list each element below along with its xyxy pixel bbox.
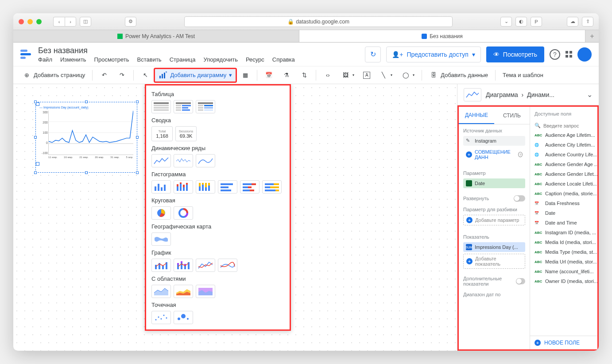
field-item[interactable]: 📅Data Freshness — [530, 198, 597, 208]
chart-type-bubble[interactable] — [174, 311, 193, 324]
image-button[interactable]: 🖼▾ — [337, 69, 358, 81]
menu-help[interactable]: Справка — [272, 56, 295, 63]
refresh-button[interactable]: ↻ — [365, 46, 381, 62]
pocket-icon[interactable]: ⌄ — [500, 17, 512, 27]
pointer-tool[interactable]: ↖ — [137, 69, 153, 81]
share-icon[interactable]: ⇪ — [582, 17, 593, 27]
blend-data-button[interactable]: +СОВМЕЩЕНИЕ ДАНН? — [463, 147, 525, 162]
data-control-button[interactable]: ⇅ — [296, 69, 312, 81]
date-range-button[interactable]: 📅 — [261, 69, 277, 81]
user-avatar[interactable] — [577, 47, 592, 62]
tab-data[interactable]: ДАННЫЕ — [459, 107, 494, 124]
field-item[interactable]: ABCMedia Id (media, stori... — [530, 237, 597, 247]
chart-type-table[interactable] — [151, 100, 171, 113]
field-item[interactable]: 🌐Audience City Lifetim... — [530, 140, 597, 150]
apps-icon[interactable] — [566, 51, 572, 58]
community-viz-button[interactable]: ▦ — [237, 69, 253, 81]
url-embed-button[interactable]: ‹› — [320, 69, 336, 81]
chart-type-bar-h-100[interactable] — [262, 180, 282, 194]
document-title[interactable]: Без названия — [38, 46, 365, 55]
field-item[interactable]: ABCAudience Gender Lifet... — [530, 169, 597, 179]
search-input[interactable] — [543, 123, 597, 128]
chart-type-bar-stacked[interactable] — [174, 180, 193, 194]
browser-tab[interactable]: Power My Analytics - AM Test — [13, 30, 299, 42]
theme-button[interactable]: Тема и шаблон — [499, 70, 547, 80]
maximize-window-icon[interactable] — [36, 19, 42, 24]
menu-edit[interactable]: Изменить — [60, 56, 86, 63]
chart-type-pie[interactable] — [151, 206, 171, 220]
new-tab-button[interactable]: + — [585, 30, 599, 42]
field-item[interactable]: ABCInstagram ID (media, ... — [530, 228, 597, 237]
add-breakdown-dimension[interactable]: +Добавьте параметр — [463, 215, 525, 225]
canvas[interactable]: — Impressions Day (account_daily) 300 20… — [13, 84, 457, 351]
field-item[interactable]: 🌐Audience Country Life... — [530, 150, 597, 159]
help-icon[interactable]: ? — [550, 49, 560, 60]
menu-file[interactable]: Файл — [38, 56, 52, 63]
pinterest-icon[interactable]: P — [531, 17, 542, 27]
share-button[interactable]: 👤+ Предоставить доступ ▾ — [386, 46, 480, 62]
minimize-window-icon[interactable] — [27, 19, 33, 24]
field-search[interactable]: 🔍 — [530, 121, 597, 130]
chart-type-bar-horizontal[interactable] — [218, 180, 237, 194]
url-bar[interactable]: 🔒 datastudio.google.com — [184, 16, 453, 27]
selected-chart-type-icon[interactable] — [464, 88, 481, 101]
extension-icon-1[interactable]: ◐ — [515, 17, 527, 27]
chevron-down-icon[interactable]: ⌄ — [587, 90, 593, 99]
field-item[interactable]: ABCName (account_lifeti... — [530, 267, 597, 276]
field-item[interactable]: ABCAudience Locale Lifeti... — [530, 179, 597, 189]
menu-view[interactable]: Просмотреть — [94, 56, 129, 63]
field-item[interactable]: ABCCaption (media, storie... — [530, 189, 597, 198]
chart-type-combo[interactable] — [151, 259, 171, 272]
add-page-button[interactable]: ⊕ Добавить страницу — [19, 69, 89, 81]
expand-toggle[interactable] — [514, 195, 525, 201]
back-button[interactable]: ‹ — [53, 17, 65, 27]
chart-type-area-100[interactable] — [196, 285, 215, 298]
settings-icon[interactable]: ⚙ — [125, 17, 136, 27]
chart-type-area[interactable] — [151, 285, 171, 298]
menu-arrange[interactable]: Упорядочить — [204, 56, 238, 63]
chart-type-scorecard[interactable]: Total1,168 — [151, 126, 173, 141]
menu-page[interactable]: Страница — [170, 56, 196, 63]
line-button[interactable]: ╲▾ — [376, 69, 396, 81]
chart-type-table-bars[interactable] — [174, 100, 193, 113]
chart-type-timeseries[interactable] — [151, 154, 171, 167]
close-window-icon[interactable] — [19, 19, 24, 24]
undo-button[interactable]: ↶ — [96, 69, 112, 81]
chart-type-timeseries-smooth[interactable] — [196, 154, 215, 167]
chart-type-combo-stacked[interactable] — [174, 259, 193, 272]
chart-type-sparkline[interactable] — [174, 154, 193, 167]
field-item[interactable]: 📅Date and Time — [530, 218, 597, 228]
chart-type-line[interactable] — [196, 259, 215, 272]
field-item[interactable]: ABCMedia Url (media, stor... — [530, 257, 597, 267]
chart-on-canvas[interactable]: — Impressions Day (account_daily) 300 20… — [35, 102, 137, 173]
chart-type-area-stacked[interactable] — [174, 285, 193, 298]
tab-style[interactable]: СТИЛЬ — [494, 107, 530, 124]
data-source-chip[interactable]: ✎Instagram — [463, 136, 525, 146]
redo-button[interactable]: ↷ — [114, 69, 130, 81]
optional-metrics-toggle[interactable] — [516, 278, 525, 284]
chart-type-bar-h-stacked[interactable] — [240, 180, 260, 194]
menu-insert[interactable]: Вставить — [137, 56, 162, 63]
chart-type-bar-vertical[interactable] — [151, 180, 171, 194]
browser-tab[interactable]: Без названия — [299, 30, 585, 42]
field-item[interactable]: ABCAudience Age Lifetim... — [530, 130, 597, 140]
field-item[interactable]: 📅Date — [530, 208, 597, 218]
chart-type-table-heatmap[interactable] — [196, 100, 215, 113]
menu-resource[interactable]: Ресурс — [246, 56, 264, 63]
chart-type-geomap[interactable] — [151, 232, 171, 246]
add-data-button[interactable]: 🗄 Добавить данные — [426, 69, 492, 81]
sidebar-toggle[interactable]: ◫ — [80, 17, 91, 27]
chart-type-bar-100[interactable] — [196, 180, 215, 194]
field-item[interactable]: ABCOwner ID (media, stori... — [530, 276, 597, 286]
add-chart-button[interactable]: + Добавить диаграмму ▾ — [154, 68, 237, 83]
shape-button[interactable]: ◯▾ — [398, 69, 418, 81]
chart-type-scorecard-compact[interactable]: Sessions69.3K — [175, 126, 197, 141]
view-button[interactable]: 👁 Посмотреть — [486, 46, 544, 62]
text-button[interactable]: A — [360, 70, 374, 81]
new-field-button[interactable]: + НОВОЕ ПОЛЕ — [530, 336, 597, 349]
add-metric[interactable]: +Добавьте показатель — [463, 254, 525, 269]
download-icon[interactable]: ☁ — [567, 17, 578, 27]
dimension-chip[interactable]: Date — [463, 178, 525, 188]
chart-type-line-smooth[interactable] — [218, 259, 237, 272]
forward-button[interactable]: › — [65, 17, 76, 27]
